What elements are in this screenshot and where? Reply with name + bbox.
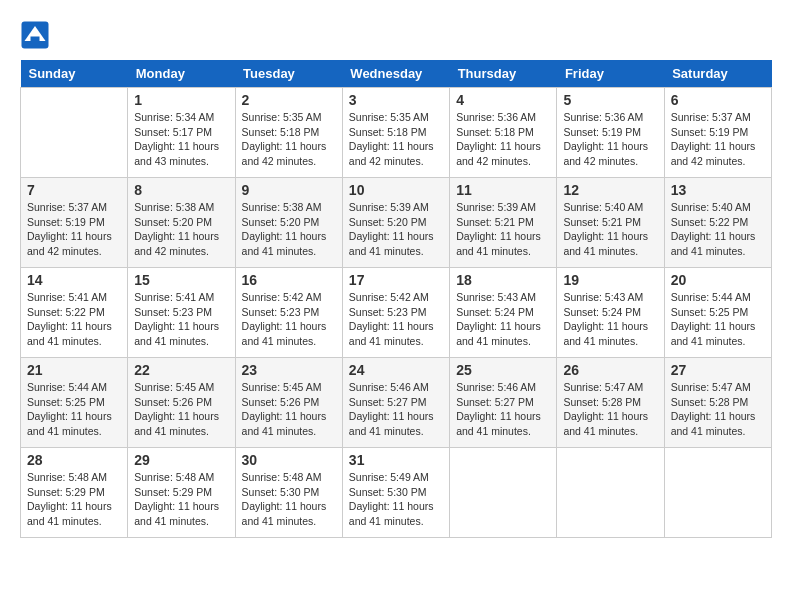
calendar-cell: 31Sunrise: 5:49 AM Sunset: 5:30 PM Dayli… — [342, 448, 449, 538]
day-info: Sunrise: 5:44 AM Sunset: 5:25 PM Dayligh… — [27, 380, 121, 439]
day-number: 30 — [242, 452, 336, 468]
calendar-cell: 23Sunrise: 5:45 AM Sunset: 5:26 PM Dayli… — [235, 358, 342, 448]
day-number: 23 — [242, 362, 336, 378]
col-header-friday: Friday — [557, 60, 664, 88]
col-header-thursday: Thursday — [450, 60, 557, 88]
day-number: 4 — [456, 92, 550, 108]
day-number: 17 — [349, 272, 443, 288]
day-info: Sunrise: 5:46 AM Sunset: 5:27 PM Dayligh… — [349, 380, 443, 439]
day-info: Sunrise: 5:37 AM Sunset: 5:19 PM Dayligh… — [671, 110, 765, 169]
day-info: Sunrise: 5:49 AM Sunset: 5:30 PM Dayligh… — [349, 470, 443, 529]
calendar-cell: 21Sunrise: 5:44 AM Sunset: 5:25 PM Dayli… — [21, 358, 128, 448]
day-number: 24 — [349, 362, 443, 378]
calendar-cell: 24Sunrise: 5:46 AM Sunset: 5:27 PM Dayli… — [342, 358, 449, 448]
calendar-cell: 17Sunrise: 5:42 AM Sunset: 5:23 PM Dayli… — [342, 268, 449, 358]
calendar-cell: 2Sunrise: 5:35 AM Sunset: 5:18 PM Daylig… — [235, 88, 342, 178]
day-number: 16 — [242, 272, 336, 288]
day-number: 10 — [349, 182, 443, 198]
day-number: 7 — [27, 182, 121, 198]
day-info: Sunrise: 5:36 AM Sunset: 5:18 PM Dayligh… — [456, 110, 550, 169]
calendar-cell: 22Sunrise: 5:45 AM Sunset: 5:26 PM Dayli… — [128, 358, 235, 448]
day-number: 28 — [27, 452, 121, 468]
logo — [20, 20, 54, 50]
day-info: Sunrise: 5:47 AM Sunset: 5:28 PM Dayligh… — [671, 380, 765, 439]
calendar-cell: 20Sunrise: 5:44 AM Sunset: 5:25 PM Dayli… — [664, 268, 771, 358]
calendar-cell: 8Sunrise: 5:38 AM Sunset: 5:20 PM Daylig… — [128, 178, 235, 268]
header-row: SundayMondayTuesdayWednesdayThursdayFrid… — [21, 60, 772, 88]
day-number: 2 — [242, 92, 336, 108]
day-info: Sunrise: 5:38 AM Sunset: 5:20 PM Dayligh… — [134, 200, 228, 259]
calendar-cell: 4Sunrise: 5:36 AM Sunset: 5:18 PM Daylig… — [450, 88, 557, 178]
day-number: 9 — [242, 182, 336, 198]
day-info: Sunrise: 5:48 AM Sunset: 5:29 PM Dayligh… — [27, 470, 121, 529]
day-number: 13 — [671, 182, 765, 198]
calendar-cell: 18Sunrise: 5:43 AM Sunset: 5:24 PM Dayli… — [450, 268, 557, 358]
day-number: 20 — [671, 272, 765, 288]
calendar-cell: 19Sunrise: 5:43 AM Sunset: 5:24 PM Dayli… — [557, 268, 664, 358]
calendar-cell: 3Sunrise: 5:35 AM Sunset: 5:18 PM Daylig… — [342, 88, 449, 178]
col-header-wednesday: Wednesday — [342, 60, 449, 88]
day-info: Sunrise: 5:43 AM Sunset: 5:24 PM Dayligh… — [456, 290, 550, 349]
calendar-cell — [664, 448, 771, 538]
day-info: Sunrise: 5:37 AM Sunset: 5:19 PM Dayligh… — [27, 200, 121, 259]
calendar-cell — [450, 448, 557, 538]
day-number: 12 — [563, 182, 657, 198]
day-number: 19 — [563, 272, 657, 288]
day-info: Sunrise: 5:45 AM Sunset: 5:26 PM Dayligh… — [242, 380, 336, 439]
calendar-cell: 10Sunrise: 5:39 AM Sunset: 5:20 PM Dayli… — [342, 178, 449, 268]
calendar-cell: 15Sunrise: 5:41 AM Sunset: 5:23 PM Dayli… — [128, 268, 235, 358]
calendar-cell: 11Sunrise: 5:39 AM Sunset: 5:21 PM Dayli… — [450, 178, 557, 268]
day-info: Sunrise: 5:40 AM Sunset: 5:21 PM Dayligh… — [563, 200, 657, 259]
calendar-cell: 25Sunrise: 5:46 AM Sunset: 5:27 PM Dayli… — [450, 358, 557, 448]
calendar-cell: 26Sunrise: 5:47 AM Sunset: 5:28 PM Dayli… — [557, 358, 664, 448]
day-info: Sunrise: 5:35 AM Sunset: 5:18 PM Dayligh… — [349, 110, 443, 169]
day-number: 11 — [456, 182, 550, 198]
day-info: Sunrise: 5:36 AM Sunset: 5:19 PM Dayligh… — [563, 110, 657, 169]
logo-icon — [20, 20, 50, 50]
col-header-saturday: Saturday — [664, 60, 771, 88]
day-info: Sunrise: 5:39 AM Sunset: 5:20 PM Dayligh… — [349, 200, 443, 259]
calendar-cell: 14Sunrise: 5:41 AM Sunset: 5:22 PM Dayli… — [21, 268, 128, 358]
day-info: Sunrise: 5:42 AM Sunset: 5:23 PM Dayligh… — [242, 290, 336, 349]
calendar-cell: 30Sunrise: 5:48 AM Sunset: 5:30 PM Dayli… — [235, 448, 342, 538]
calendar-week-3: 14Sunrise: 5:41 AM Sunset: 5:22 PM Dayli… — [21, 268, 772, 358]
day-number: 8 — [134, 182, 228, 198]
page-header — [20, 20, 772, 50]
day-number: 27 — [671, 362, 765, 378]
day-number: 14 — [27, 272, 121, 288]
day-number: 22 — [134, 362, 228, 378]
day-info: Sunrise: 5:39 AM Sunset: 5:21 PM Dayligh… — [456, 200, 550, 259]
day-number: 31 — [349, 452, 443, 468]
day-number: 18 — [456, 272, 550, 288]
col-header-monday: Monday — [128, 60, 235, 88]
day-info: Sunrise: 5:48 AM Sunset: 5:29 PM Dayligh… — [134, 470, 228, 529]
day-number: 1 — [134, 92, 228, 108]
calendar-cell: 29Sunrise: 5:48 AM Sunset: 5:29 PM Dayli… — [128, 448, 235, 538]
col-header-sunday: Sunday — [21, 60, 128, 88]
day-number: 6 — [671, 92, 765, 108]
day-info: Sunrise: 5:41 AM Sunset: 5:23 PM Dayligh… — [134, 290, 228, 349]
day-info: Sunrise: 5:40 AM Sunset: 5:22 PM Dayligh… — [671, 200, 765, 259]
calendar-week-5: 28Sunrise: 5:48 AM Sunset: 5:29 PM Dayli… — [21, 448, 772, 538]
day-info: Sunrise: 5:38 AM Sunset: 5:20 PM Dayligh… — [242, 200, 336, 259]
day-number: 3 — [349, 92, 443, 108]
day-number: 25 — [456, 362, 550, 378]
day-info: Sunrise: 5:47 AM Sunset: 5:28 PM Dayligh… — [563, 380, 657, 439]
calendar-cell: 27Sunrise: 5:47 AM Sunset: 5:28 PM Dayli… — [664, 358, 771, 448]
calendar-cell: 1Sunrise: 5:34 AM Sunset: 5:17 PM Daylig… — [128, 88, 235, 178]
calendar-week-2: 7Sunrise: 5:37 AM Sunset: 5:19 PM Daylig… — [21, 178, 772, 268]
svg-rect-2 — [31, 37, 40, 45]
calendar-cell: 7Sunrise: 5:37 AM Sunset: 5:19 PM Daylig… — [21, 178, 128, 268]
calendar-cell: 9Sunrise: 5:38 AM Sunset: 5:20 PM Daylig… — [235, 178, 342, 268]
calendar-cell: 12Sunrise: 5:40 AM Sunset: 5:21 PM Dayli… — [557, 178, 664, 268]
day-number: 15 — [134, 272, 228, 288]
day-info: Sunrise: 5:48 AM Sunset: 5:30 PM Dayligh… — [242, 470, 336, 529]
day-number: 29 — [134, 452, 228, 468]
day-number: 21 — [27, 362, 121, 378]
day-number: 5 — [563, 92, 657, 108]
calendar-week-4: 21Sunrise: 5:44 AM Sunset: 5:25 PM Dayli… — [21, 358, 772, 448]
day-info: Sunrise: 5:44 AM Sunset: 5:25 PM Dayligh… — [671, 290, 765, 349]
calendar-week-1: 1Sunrise: 5:34 AM Sunset: 5:17 PM Daylig… — [21, 88, 772, 178]
day-info: Sunrise: 5:46 AM Sunset: 5:27 PM Dayligh… — [456, 380, 550, 439]
calendar-cell: 16Sunrise: 5:42 AM Sunset: 5:23 PM Dayli… — [235, 268, 342, 358]
